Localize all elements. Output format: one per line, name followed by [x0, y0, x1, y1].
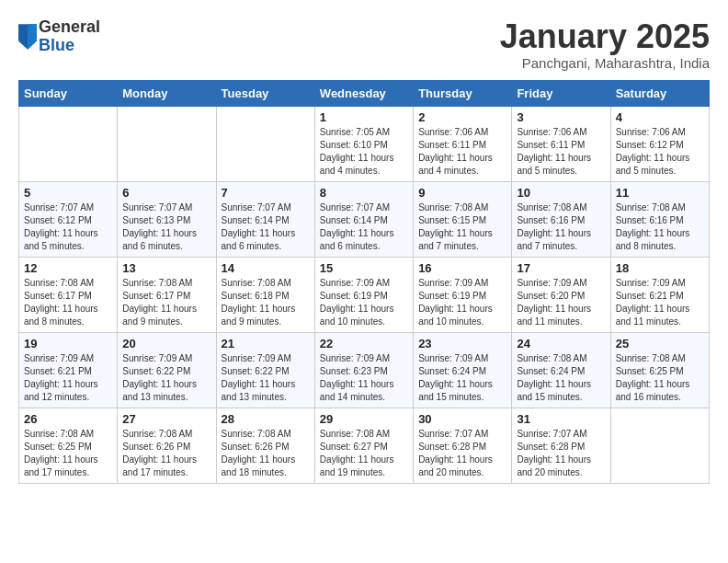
- calendar-cell: 25Sunrise: 7:08 AM Sunset: 6:25 PM Dayli…: [610, 332, 709, 408]
- day-info: Sunrise: 7:08 AM Sunset: 6:26 PM Dayligh…: [122, 428, 210, 479]
- weekday-header-thursday: Thursday: [414, 80, 512, 106]
- day-number: 11: [616, 186, 704, 200]
- calendar-cell: 3Sunrise: 7:06 AM Sunset: 6:11 PM Daylig…: [512, 106, 610, 181]
- day-number: 6: [122, 186, 210, 200]
- day-number: 2: [418, 110, 506, 124]
- calendar-cell: 23Sunrise: 7:09 AM Sunset: 6:24 PM Dayli…: [414, 332, 512, 408]
- day-info: Sunrise: 7:08 AM Sunset: 6:25 PM Dayligh…: [24, 428, 112, 479]
- day-info: Sunrise: 7:09 AM Sunset: 6:24 PM Dayligh…: [418, 352, 506, 404]
- calendar-cell: [610, 408, 709, 483]
- day-info: Sunrise: 7:08 AM Sunset: 6:26 PM Dayligh…: [222, 428, 310, 479]
- day-info: Sunrise: 7:08 AM Sunset: 6:17 PM Dayligh…: [122, 277, 210, 328]
- calendar-cell: [19, 106, 118, 181]
- calendar-cell: 12Sunrise: 7:08 AM Sunset: 6:17 PM Dayli…: [19, 257, 118, 332]
- logo: General Blue: [18, 18, 100, 55]
- weekday-header-saturday: Saturday: [610, 80, 709, 106]
- calendar-week-row: 1Sunrise: 7:05 AM Sunset: 6:10 PM Daylig…: [19, 106, 710, 181]
- calendar-cell: 9Sunrise: 7:08 AM Sunset: 6:15 PM Daylig…: [414, 181, 512, 257]
- calendar-table: SundayMondayTuesdayWednesdayThursdayFrid…: [18, 80, 710, 484]
- day-number: 31: [517, 412, 605, 426]
- calendar-cell: 24Sunrise: 7:08 AM Sunset: 6:24 PM Dayli…: [512, 332, 610, 408]
- weekday-header-friday: Friday: [512, 80, 610, 106]
- day-number: 29: [320, 412, 408, 426]
- calendar-week-row: 26Sunrise: 7:08 AM Sunset: 6:25 PM Dayli…: [19, 408, 710, 483]
- calendar-cell: 13Sunrise: 7:08 AM Sunset: 6:17 PM Dayli…: [118, 257, 216, 332]
- day-number: 12: [24, 261, 112, 275]
- calendar-cell: 20Sunrise: 7:09 AM Sunset: 6:22 PM Dayli…: [118, 332, 216, 408]
- calendar-cell: 27Sunrise: 7:08 AM Sunset: 6:26 PM Dayli…: [118, 408, 216, 483]
- day-info: Sunrise: 7:07 AM Sunset: 6:14 PM Dayligh…: [320, 201, 408, 253]
- logo-text: General Blue: [39, 18, 100, 55]
- day-info: Sunrise: 7:07 AM Sunset: 6:28 PM Dayligh…: [418, 428, 506, 479]
- day-number: 16: [418, 261, 506, 275]
- day-number: 24: [517, 337, 605, 350]
- calendar-cell: 17Sunrise: 7:09 AM Sunset: 6:20 PM Dayli…: [512, 257, 610, 332]
- calendar-cell: 1Sunrise: 7:05 AM Sunset: 6:10 PM Daylig…: [314, 106, 413, 181]
- day-number: 8: [320, 186, 408, 200]
- day-info: Sunrise: 7:08 AM Sunset: 6:15 PM Dayligh…: [418, 201, 506, 253]
- day-number: 17: [517, 261, 605, 275]
- calendar-cell: 6Sunrise: 7:07 AM Sunset: 6:13 PM Daylig…: [118, 181, 216, 257]
- subtitle: Panchgani, Maharashtra, India: [500, 55, 710, 71]
- calendar-cell: 7Sunrise: 7:07 AM Sunset: 6:14 PM Daylig…: [216, 181, 314, 257]
- calendar-cell: 14Sunrise: 7:08 AM Sunset: 6:18 PM Dayli…: [216, 257, 314, 332]
- day-number: 26: [24, 412, 112, 426]
- day-info: Sunrise: 7:07 AM Sunset: 6:14 PM Dayligh…: [222, 201, 310, 253]
- month-title: January 2025: [500, 18, 710, 55]
- calendar-cell: 18Sunrise: 7:09 AM Sunset: 6:21 PM Dayli…: [610, 257, 709, 332]
- weekday-header-monday: Monday: [118, 80, 216, 106]
- calendar-week-row: 5Sunrise: 7:07 AM Sunset: 6:12 PM Daylig…: [19, 181, 710, 257]
- calendar-week-row: 19Sunrise: 7:09 AM Sunset: 6:21 PM Dayli…: [19, 332, 710, 408]
- page-header: General Blue January 2025 Panchgani, Mah…: [18, 18, 710, 71]
- day-info: Sunrise: 7:08 AM Sunset: 6:17 PM Dayligh…: [24, 277, 112, 328]
- day-info: Sunrise: 7:09 AM Sunset: 6:21 PM Dayligh…: [616, 277, 704, 328]
- calendar-week-row: 12Sunrise: 7:08 AM Sunset: 6:17 PM Dayli…: [19, 257, 710, 332]
- day-info: Sunrise: 7:06 AM Sunset: 6:11 PM Dayligh…: [517, 126, 605, 178]
- day-number: 27: [122, 412, 210, 426]
- calendar-cell: [118, 106, 216, 181]
- day-number: 5: [24, 186, 112, 200]
- day-info: Sunrise: 7:07 AM Sunset: 6:28 PM Dayligh…: [517, 428, 605, 479]
- day-info: Sunrise: 7:08 AM Sunset: 6:25 PM Dayligh…: [616, 352, 704, 404]
- day-number: 9: [418, 186, 506, 200]
- calendar-cell: 11Sunrise: 7:08 AM Sunset: 6:16 PM Dayli…: [610, 181, 709, 257]
- day-info: Sunrise: 7:09 AM Sunset: 6:20 PM Dayligh…: [517, 277, 605, 328]
- logo-blue-text: Blue: [39, 37, 100, 55]
- calendar-cell: 26Sunrise: 7:08 AM Sunset: 6:25 PM Dayli…: [19, 408, 118, 483]
- calendar-cell: 10Sunrise: 7:08 AM Sunset: 6:16 PM Dayli…: [512, 181, 610, 257]
- day-info: Sunrise: 7:05 AM Sunset: 6:10 PM Dayligh…: [320, 126, 408, 178]
- day-number: 28: [222, 412, 310, 426]
- day-number: 18: [616, 261, 704, 275]
- calendar-cell: 21Sunrise: 7:09 AM Sunset: 6:22 PM Dayli…: [216, 332, 314, 408]
- day-info: Sunrise: 7:09 AM Sunset: 6:19 PM Dayligh…: [418, 277, 506, 328]
- day-info: Sunrise: 7:08 AM Sunset: 6:27 PM Dayligh…: [320, 428, 408, 479]
- calendar-cell: 28Sunrise: 7:08 AM Sunset: 6:26 PM Dayli…: [216, 408, 314, 483]
- day-info: Sunrise: 7:08 AM Sunset: 6:16 PM Dayligh…: [517, 201, 605, 253]
- day-info: Sunrise: 7:09 AM Sunset: 6:22 PM Dayligh…: [222, 352, 310, 404]
- day-number: 25: [616, 337, 704, 350]
- day-number: 22: [320, 337, 408, 350]
- logo-icon: [18, 24, 37, 50]
- weekday-header-wednesday: Wednesday: [314, 80, 413, 106]
- day-number: 10: [517, 186, 605, 200]
- weekday-header-sunday: Sunday: [19, 80, 118, 106]
- day-number: 14: [222, 261, 310, 275]
- day-info: Sunrise: 7:06 AM Sunset: 6:12 PM Dayligh…: [616, 126, 704, 178]
- calendar-cell: 31Sunrise: 7:07 AM Sunset: 6:28 PM Dayli…: [512, 408, 610, 483]
- day-number: 1: [320, 110, 408, 124]
- day-info: Sunrise: 7:08 AM Sunset: 6:24 PM Dayligh…: [517, 352, 605, 404]
- day-info: Sunrise: 7:09 AM Sunset: 6:22 PM Dayligh…: [122, 352, 210, 404]
- day-number: 13: [122, 261, 210, 275]
- day-number: 3: [517, 110, 605, 124]
- day-number: 7: [222, 186, 310, 200]
- day-number: 23: [418, 337, 506, 350]
- title-block: January 2025 Panchgani, Maharashtra, Ind…: [500, 18, 710, 71]
- day-info: Sunrise: 7:09 AM Sunset: 6:21 PM Dayligh…: [24, 352, 112, 404]
- day-info: Sunrise: 7:09 AM Sunset: 6:19 PM Dayligh…: [320, 277, 408, 328]
- day-number: 4: [616, 110, 704, 124]
- day-info: Sunrise: 7:08 AM Sunset: 6:16 PM Dayligh…: [616, 201, 704, 253]
- day-number: 19: [24, 337, 112, 350]
- day-number: 30: [418, 412, 506, 426]
- calendar-cell: 2Sunrise: 7:06 AM Sunset: 6:11 PM Daylig…: [414, 106, 512, 181]
- day-info: Sunrise: 7:07 AM Sunset: 6:13 PM Dayligh…: [122, 201, 210, 253]
